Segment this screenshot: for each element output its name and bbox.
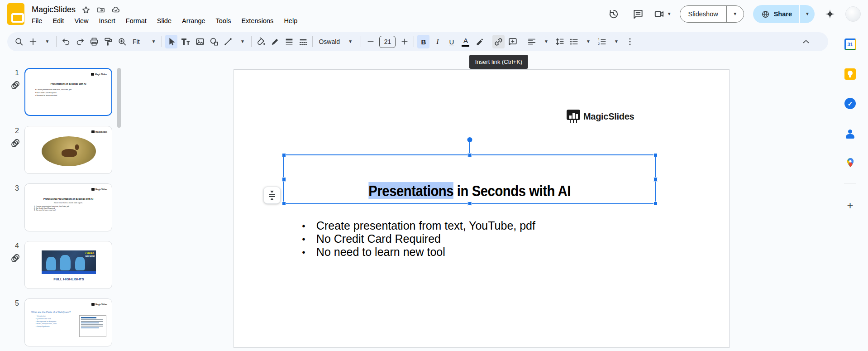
resize-handle-ne[interactable] bbox=[653, 153, 658, 157]
move-folder-icon[interactable] bbox=[96, 5, 105, 14]
resize-handle-nw[interactable] bbox=[282, 153, 286, 157]
slide-thumbnail-1[interactable]: MagicSlides Presentations in Seconds wit… bbox=[24, 68, 112, 116]
text-color-button[interactable]: A bbox=[459, 35, 472, 48]
redo-button[interactable] bbox=[74, 35, 86, 48]
menu-tools[interactable]: Tools bbox=[216, 17, 231, 24]
slide-canvas[interactable]: MagicSlides Presentations in Seconds wit… bbox=[234, 69, 730, 348]
new-slide-dropdown[interactable]: ▼ bbox=[41, 35, 53, 48]
new-slide-button[interactable] bbox=[27, 35, 39, 48]
align-dropdown[interactable]: ▼ bbox=[539, 35, 552, 48]
search-menus-button[interactable] bbox=[13, 35, 25, 48]
numbered-list-button[interactable]: 12 bbox=[596, 35, 608, 48]
slide-thumbnail-2[interactable]: MagicSlides bbox=[24, 126, 112, 174]
bulleted-list-dropdown[interactable]: ▼ bbox=[582, 35, 594, 48]
bulleted-list-button[interactable] bbox=[568, 35, 580, 48]
menu-edit[interactable]: Edit bbox=[52, 17, 64, 24]
insert-line-button[interactable] bbox=[222, 35, 234, 48]
slide-thumbnail-5[interactable]: MagicSlides What are the Parts of a WebQ… bbox=[24, 298, 112, 346]
toolbar-divider bbox=[414, 36, 414, 47]
google-tasks-icon[interactable]: ✓ bbox=[844, 97, 856, 110]
menu-help[interactable]: Help bbox=[284, 17, 297, 24]
align-button[interactable] bbox=[525, 35, 538, 48]
filmstrip-scrollbar[interactable] bbox=[117, 68, 121, 128]
meet-presentation-button[interactable]: ▼ bbox=[653, 8, 672, 20]
google-calendar-icon[interactable]: 31 bbox=[844, 38, 856, 50]
border-dash-button[interactable] bbox=[297, 35, 309, 48]
font-size-input[interactable]: 21 bbox=[379, 36, 396, 48]
numbered-list-dropdown[interactable]: ▼ bbox=[610, 35, 622, 48]
side-panel-divider bbox=[844, 183, 856, 183]
more-options-button[interactable] bbox=[624, 35, 636, 48]
toolbar: ▼ Fit ▼ ▼ O bbox=[7, 32, 828, 51]
selected-text: Presentations bbox=[369, 182, 454, 199]
selected-title-textbox[interactable]: Presentations in Seconds with AI bbox=[283, 154, 656, 204]
google-slides-logo-icon[interactable] bbox=[7, 3, 24, 25]
bullet-item[interactable]: No need to learn new tool bbox=[302, 245, 535, 259]
bullet-item[interactable]: Create presentation from text, YouTube, … bbox=[302, 219, 535, 232]
menu-format[interactable]: Format bbox=[126, 17, 147, 24]
google-contacts-icon[interactable] bbox=[844, 128, 856, 140]
comments-button[interactable] bbox=[629, 5, 647, 23]
fill-color-button[interactable] bbox=[255, 35, 267, 48]
autofit-options-button[interactable] bbox=[263, 187, 281, 204]
google-maps-icon[interactable] bbox=[844, 156, 856, 168]
resize-handle-w[interactable] bbox=[282, 178, 286, 182]
insert-link-button[interactable]: Insert link (Ctrl+K) bbox=[492, 35, 505, 48]
increase-font-size-button[interactable] bbox=[398, 35, 410, 48]
insert-shape-button[interactable] bbox=[208, 35, 220, 48]
svg-text:1: 1 bbox=[598, 38, 600, 41]
print-button[interactable] bbox=[88, 35, 100, 48]
border-weight-button[interactable] bbox=[283, 35, 295, 48]
resize-handle-se[interactable] bbox=[653, 202, 658, 206]
zoom-button[interactable] bbox=[116, 35, 128, 48]
text-box-tool-button[interactable] bbox=[179, 35, 192, 48]
highlight-color-button[interactable] bbox=[473, 35, 486, 48]
resize-handle-e[interactable] bbox=[653, 178, 658, 182]
slideshow-dropdown[interactable]: ▼ bbox=[726, 5, 744, 23]
resize-handle-sw[interactable] bbox=[282, 202, 286, 206]
version-history-button[interactable] bbox=[605, 5, 623, 23]
resize-handle-n[interactable] bbox=[468, 153, 472, 157]
hide-menus-button[interactable] bbox=[800, 35, 812, 48]
document-title[interactable]: MagicSlides bbox=[32, 5, 76, 14]
get-add-ons-button[interactable]: + bbox=[844, 199, 856, 212]
account-avatar[interactable] bbox=[845, 6, 861, 22]
insert-line-dropdown[interactable]: ▼ bbox=[236, 35, 248, 48]
insert-comment-button[interactable] bbox=[506, 35, 519, 48]
border-color-button[interactable] bbox=[269, 35, 281, 48]
menu-arrange[interactable]: Arrange bbox=[182, 17, 205, 24]
gemini-sparkle-icon[interactable] bbox=[821, 5, 839, 23]
chevron-down-icon[interactable]: ▼ bbox=[667, 12, 672, 16]
insert-image-button[interactable] bbox=[194, 35, 206, 48]
italic-button[interactable]: I bbox=[431, 35, 444, 48]
menu-extensions[interactable]: Extensions bbox=[241, 17, 273, 24]
share-button[interactable]: Share bbox=[753, 10, 799, 19]
paint-format-button[interactable] bbox=[102, 35, 114, 48]
menu-insert[interactable]: Insert bbox=[99, 17, 115, 24]
cloud-status-icon[interactable] bbox=[111, 5, 120, 14]
undo-button[interactable] bbox=[60, 35, 72, 48]
line-spacing-button[interactable] bbox=[553, 35, 566, 48]
slide-thumbnail-3[interactable]: MagicSlides Professional Presentations i… bbox=[24, 183, 112, 231]
google-keep-icon[interactable] bbox=[844, 68, 856, 80]
menu-view[interactable]: View bbox=[74, 17, 88, 24]
slideshow-button[interactable]: Slideshow bbox=[680, 10, 726, 18]
share-dropdown[interactable]: ▼ bbox=[799, 5, 815, 23]
slide-thumbnail-4[interactable]: FINAL IND WOM FULL HIGHLIGHTS bbox=[24, 241, 112, 289]
underline-button[interactable]: U bbox=[445, 35, 458, 48]
menu-slide[interactable]: Slide bbox=[157, 17, 172, 24]
star-icon[interactable] bbox=[81, 5, 91, 14]
slide-body-bullets[interactable]: Create presentation from text, YouTube, … bbox=[302, 219, 535, 259]
bold-button[interactable]: B bbox=[417, 35, 429, 48]
magicslides-logo[interactable]: MagicSlides bbox=[567, 110, 634, 123]
bullet-item[interactable]: No Credit Card Required bbox=[302, 232, 535, 245]
thumb-list: Introduction Question and Task Backgroun… bbox=[36, 315, 57, 328]
decrease-font-size-button[interactable] bbox=[364, 35, 377, 48]
select-tool-button[interactable] bbox=[165, 35, 177, 48]
zoom-fit-select[interactable]: Fit ▼ bbox=[129, 35, 159, 48]
font-family-select[interactable]: Oswald ▼ bbox=[315, 35, 358, 48]
thumb-subtitle: Never start from a blank slide again. bbox=[25, 202, 112, 204]
resize-handle-s[interactable] bbox=[468, 202, 472, 206]
menu-file[interactable]: File bbox=[32, 17, 42, 24]
slide-title-text[interactable]: Presentations in Seconds with AI bbox=[369, 182, 571, 200]
